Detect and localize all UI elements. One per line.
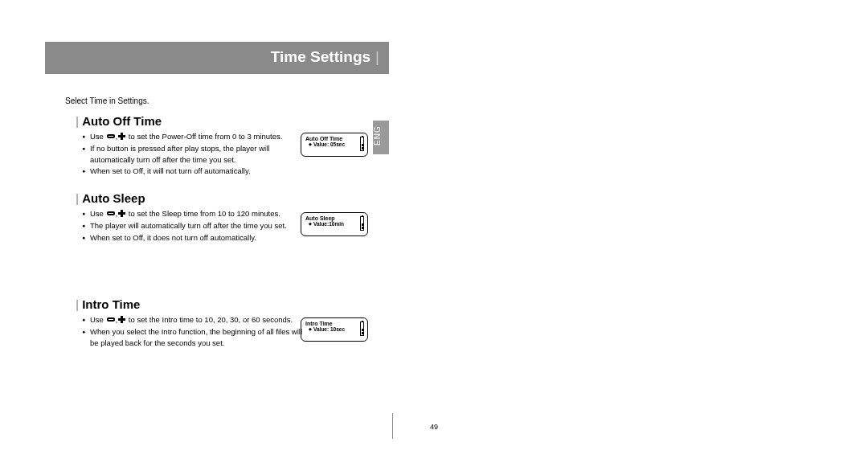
page-number: 49	[430, 423, 438, 431]
bullet-text: Use	[90, 209, 106, 218]
list-item: Use , to set the Sleep time from 10 to 1…	[82, 208, 307, 219]
section-title-text: Intro Time	[82, 297, 140, 311]
minus-icon	[107, 211, 115, 215]
screen-value: Value:10min	[305, 221, 363, 227]
title-divider: |	[375, 48, 379, 65]
plus-icon	[118, 133, 125, 140]
list-item: When set to Off, it will not turn off au…	[82, 166, 307, 177]
screen-value: Value: 10sec	[305, 326, 363, 332]
battery-icon	[360, 322, 364, 336]
plus-icon	[118, 316, 125, 323]
screen-title: Intro Time	[305, 321, 363, 326]
list-item: When set to Off, it does not turn off au…	[82, 232, 307, 244]
bullet-text: Use	[90, 315, 106, 324]
section-bar-icon: |	[76, 191, 79, 205]
screen-title: Auto Off Time	[305, 136, 363, 141]
section-bar-icon: |	[76, 114, 79, 128]
section-bar-icon: |	[76, 297, 79, 311]
minus-icon	[107, 317, 115, 322]
auto-sleep-bullets: Use , to set the Sleep time from 10 to 1…	[82, 208, 307, 244]
header-banner: Time Settings|	[45, 42, 389, 74]
section-title-auto-off: |Auto Off Time	[76, 114, 162, 128]
section-title-text: Auto Off Time	[82, 114, 162, 128]
section-title-text: Auto Sleep	[82, 191, 145, 205]
bullet-text: Use	[90, 132, 106, 141]
language-tab: ENG	[373, 121, 389, 154]
battery-icon	[360, 137, 364, 151]
bullet-text: to set the Sleep time from 10 to 120 min…	[126, 209, 280, 218]
intro-text: Select Time in Settings.	[65, 96, 149, 105]
bullet-text: to set the Power-Off time from 0 to 3 mi…	[126, 132, 282, 141]
screen-title: Auto Sleep	[305, 215, 363, 221]
screen-value: Value: 05sec	[305, 141, 363, 147]
battery-icon	[360, 216, 364, 231]
screen-intro-time: Intro Time Value: 10sec	[301, 317, 368, 342]
list-item: Use , to set the Power-Off time from 0 t…	[82, 131, 307, 142]
list-item: The player will automatically turn off a…	[82, 220, 307, 231]
screen-auto-off: Auto Off Time Value: 05sec	[301, 133, 368, 157]
intro-time-bullets: Use , to set the Intro time to 10, 20, 3…	[82, 314, 307, 349]
page-title: Time Settings|	[271, 48, 379, 66]
section-title-auto-sleep: |Auto Sleep	[76, 191, 145, 205]
page-divider	[392, 413, 393, 439]
screen-auto-sleep: Auto Sleep Value:10min	[301, 212, 368, 236]
plus-icon	[118, 210, 125, 217]
page-title-text: Time Settings	[271, 48, 371, 65]
auto-off-bullets: Use , to set the Power-Off time from 0 t…	[82, 131, 307, 178]
section-title-intro-time: |Intro Time	[76, 297, 140, 311]
minus-icon	[107, 134, 115, 138]
list-item: When you select the Intro function, the …	[82, 326, 307, 349]
list-item: Use , to set the Intro time to 10, 20, 3…	[82, 314, 307, 326]
bullet-text: to set the Intro time to 10, 20, 30, or …	[126, 315, 293, 324]
list-item: If no button is pressed after play stops…	[82, 143, 307, 166]
